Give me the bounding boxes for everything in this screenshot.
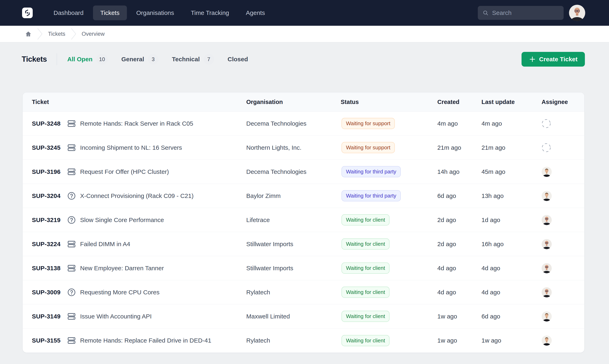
create-ticket-button[interactable]: Create Ticket	[522, 52, 585, 66]
table-row[interactable]: SUP-3149 Issue With Accounting API Maxwe…	[23, 304, 584, 328]
breadcrumb-item-tickets[interactable]: Tickets	[48, 31, 66, 37]
server-icon	[67, 240, 76, 248]
search-box[interactable]	[478, 6, 564, 20]
ticket-filter-tabs: All Open10General3Technical7Closed	[67, 54, 248, 65]
search-input[interactable]	[492, 9, 559, 16]
ticket-title: Remote Hands: Rack Server in Rack C05	[80, 120, 193, 127]
column-header-assignee: Assignee	[542, 99, 575, 105]
last-update-cell: 16h ago	[481, 241, 542, 247]
table-row[interactable]: SUP-3204 X-Connect Provisioning (Rack C0…	[23, 184, 584, 208]
organisation-cell: Decema Technologies	[246, 120, 341, 127]
nav-item-tickets[interactable]: Tickets	[93, 5, 127, 20]
created-cell: 1w ago	[437, 313, 481, 320]
column-header-created: Created	[437, 99, 481, 105]
last-update-cell: 1d ago	[481, 217, 542, 223]
status-badge: Waiting for support	[342, 142, 395, 153]
assignee-cell	[542, 167, 575, 177]
organisation-cell: Stillwater Imports	[246, 265, 341, 272]
table-row[interactable]: SUP-3248 Remote Hands: Rack Server in Ra…	[23, 112, 584, 136]
assignee-cell	[542, 143, 575, 152]
search-icon	[483, 10, 489, 16]
ticket-id: SUP-3196	[32, 168, 63, 175]
column-header-organisation: Organisation	[246, 99, 341, 105]
nav-item-time-tracking[interactable]: Time Tracking	[184, 5, 237, 20]
assignee-cell	[542, 311, 575, 322]
create-ticket-label: Create Ticket	[539, 56, 578, 63]
ticket-cell: SUP-3149 Issue With Accounting API	[32, 312, 246, 321]
server-icon	[67, 312, 76, 321]
last-update-cell: 1w ago	[481, 337, 542, 344]
created-cell: 4d ago	[437, 289, 481, 296]
tab-general[interactable]: General3	[121, 54, 159, 65]
assignee-cell	[542, 335, 575, 346]
created-cell: 6d ago	[437, 192, 481, 199]
table-row[interactable]: SUP-3219 Slow Single Core Performance Li…	[23, 208, 584, 232]
tab-closed[interactable]: Closed	[228, 56, 248, 63]
nav-item-organisations[interactable]: Organisations	[129, 5, 182, 20]
last-update-cell: 4d ago	[481, 289, 542, 296]
ticket-title: Slow Single Core Performance	[80, 217, 164, 223]
ticket-cell: SUP-3248 Remote Hands: Rack Server in Ra…	[32, 119, 246, 128]
ticket-title: Issue With Accounting API	[80, 313, 152, 320]
table-row[interactable]: SUP-3138 New Employee: Darren Tanner Sti…	[23, 256, 584, 280]
status-badge: Waiting for client	[342, 286, 389, 298]
created-cell: 14h ago	[437, 168, 481, 175]
main-nav: DashboardTicketsOrganisationsTime Tracki…	[46, 5, 272, 20]
tab-count-badge: 10	[96, 54, 108, 65]
ticket-id: SUP-3138	[32, 265, 63, 272]
ticket-cell: SUP-3155 Remote Hands: Replace Failed Dr…	[32, 336, 246, 345]
status-badge: Waiting for client	[342, 214, 389, 225]
table-row[interactable]: SUP-3245 Incoming Shipment to NL: 16 Ser…	[23, 136, 584, 160]
status-badge: Waiting for client	[342, 262, 389, 274]
status-badge: Waiting for third party	[342, 166, 401, 177]
ticket-id: SUP-3245	[32, 144, 63, 151]
column-header-last-update: Last update	[481, 99, 542, 105]
column-header-status: Status	[341, 99, 437, 105]
tab-technical[interactable]: Technical7	[172, 54, 214, 65]
table-row[interactable]: SUP-3196 Request For Offer (HPC Cluster)…	[23, 160, 584, 184]
created-cell: 2d ago	[437, 217, 481, 223]
user-avatar[interactable]	[569, 5, 585, 21]
ticket-cell: SUP-3204 X-Connect Provisioning (Rack C0…	[32, 191, 246, 200]
table-body: SUP-3248 Remote Hands: Rack Server in Ra…	[23, 112, 584, 352]
organisation-cell: Rylatech	[246, 337, 341, 344]
ticket-cell: SUP-3224 Failed DIMM in A4	[32, 240, 246, 248]
organisation-cell: Rylatech	[246, 289, 341, 296]
nav-item-agents[interactable]: Agents	[238, 5, 272, 20]
assignee-avatar	[542, 215, 552, 225]
tab-all-open[interactable]: All Open10	[67, 54, 108, 65]
created-cell: 4d ago	[437, 265, 481, 272]
tickets-table: TicketOrganisationStatusCreatedLast upda…	[23, 92, 584, 353]
tab-count-badge: 7	[204, 54, 214, 65]
nav-item-dashboard[interactable]: Dashboard	[46, 5, 91, 20]
home-icon[interactable]	[25, 31, 32, 37]
assignee-cell	[542, 191, 575, 201]
assignee-cell	[542, 287, 575, 298]
status-badge: Waiting for client	[342, 335, 389, 346]
tab-label: Technical	[172, 56, 200, 63]
assignee-avatar	[542, 263, 552, 273]
assignee-cell	[542, 239, 575, 249]
table-row[interactable]: SUP-3009 Requesting More CPU Cores Rylat…	[23, 280, 584, 304]
assignee-avatar	[569, 5, 585, 21]
last-update-cell: 21m ago	[481, 144, 542, 151]
breadcrumb: Tickets Overview	[0, 26, 609, 42]
brand-logo[interactable]	[22, 8, 33, 18]
table-row[interactable]: SUP-3155 Remote Hands: Replace Failed Dr…	[23, 328, 584, 352]
status-badge: Waiting for third party	[342, 190, 401, 201]
tab-count-badge: 3	[148, 54, 158, 65]
ticket-title: Remote Hands: Replace Failed Drive in DE…	[80, 337, 211, 344]
organisation-cell: Baylor Zimm	[246, 192, 341, 199]
table-header-row: TicketOrganisationStatusCreatedLast upda…	[23, 92, 584, 112]
page-title: Tickets	[22, 55, 47, 64]
breadcrumb-item-overview[interactable]: Overview	[82, 31, 105, 37]
organisation-cell: Lifetrace	[246, 217, 341, 223]
help-circle-icon	[67, 216, 76, 224]
assignee-avatar	[542, 167, 552, 177]
assignee-avatar	[542, 335, 552, 346]
table-row[interactable]: SUP-3224 Failed DIMM in A4 Stillwater Im…	[23, 232, 584, 256]
tab-label: General	[121, 56, 144, 63]
ticket-title: New Employee: Darren Tanner	[80, 265, 164, 272]
ticket-title: Request For Offer (HPC Cluster)	[80, 168, 169, 175]
ticket-cell: SUP-3009 Requesting More CPU Cores	[32, 288, 246, 297]
